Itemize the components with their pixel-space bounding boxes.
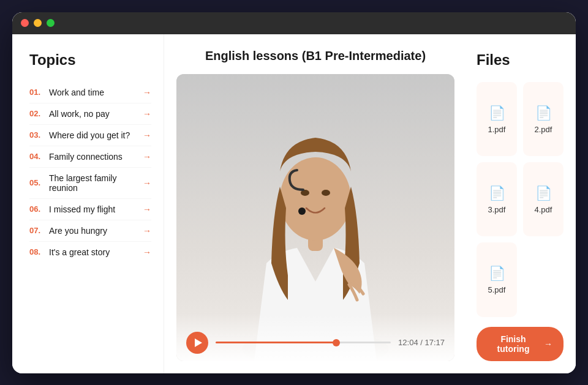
file-card-5[interactable]: 📄 5.pdf xyxy=(477,242,517,316)
close-dot[interactable] xyxy=(21,19,29,27)
svg-point-4 xyxy=(322,190,330,196)
arrow-icon-7: → xyxy=(143,226,151,236)
arrow-icon-8: → xyxy=(143,247,151,257)
svg-point-5 xyxy=(298,207,306,215)
finish-arrow-icon: → xyxy=(544,339,552,349)
topic-name-7: Are you hungry xyxy=(49,226,107,236)
topic-num-5: 05. xyxy=(29,178,44,187)
main-panel: English lessons (B1 Pre-Intermediate) xyxy=(164,34,467,373)
files-grid: 📄 1.pdf 📄 2.pdf 📄 3.pdf 📄 4.pdf 📄 xyxy=(477,82,564,317)
file-name-4: 4.pdf xyxy=(535,205,552,214)
arrow-icon-1: → xyxy=(143,88,151,97)
topic-name-8: It's a great story xyxy=(49,247,110,257)
arrow-icon-6: → xyxy=(143,204,151,214)
topic-name-6: I missed my flight xyxy=(49,204,115,214)
progress-bar[interactable] xyxy=(216,342,391,343)
sidebar-item-5[interactable]: 05. The largest family reunion → xyxy=(29,168,151,199)
pdf-icon-3: 📄 xyxy=(489,185,505,201)
main-title: English lessons (B1 Pre-Intermediate) xyxy=(176,49,454,63)
sidebar-item-1[interactable]: 01. Work and time → xyxy=(29,82,151,103)
topic-num-2: 02. xyxy=(29,109,44,118)
topic-num-7: 07. xyxy=(29,226,44,235)
topic-name-3: Where did you get it? xyxy=(49,130,130,140)
video-container[interactable]: 12:04 / 17:17 xyxy=(176,74,454,361)
pdf-icon-4: 📄 xyxy=(535,185,552,201)
sidebar: Topics 01. Work and time → 02. All work,… xyxy=(12,34,164,373)
arrow-icon-3: → xyxy=(143,130,151,140)
file-name-1: 1.pdf xyxy=(488,125,506,134)
file-name-5: 5.pdf xyxy=(488,285,506,294)
progress-thumb xyxy=(333,339,340,346)
topic-num-1: 01. xyxy=(29,88,44,97)
topic-num-8: 08. xyxy=(29,247,44,256)
app-window: Topics 01. Work and time → 02. All work,… xyxy=(12,12,576,373)
sidebar-item-6[interactable]: 06. I missed my flight → xyxy=(29,199,151,220)
sidebar-item-2[interactable]: 02. All work, no pay → xyxy=(29,103,151,125)
pdf-icon-2: 📄 xyxy=(535,105,552,121)
sidebar-item-7[interactable]: 07. Are you hungry → xyxy=(29,220,151,242)
arrow-icon-5: → xyxy=(143,178,151,188)
maximize-dot[interactable] xyxy=(47,19,55,27)
play-button[interactable] xyxy=(186,332,208,354)
file-card-3[interactable]: 📄 3.pdf xyxy=(477,162,517,236)
arrow-icon-4: → xyxy=(143,152,151,162)
files-title: Files xyxy=(477,51,564,69)
topic-name-5: The largest family reunion xyxy=(49,173,143,193)
right-panel: Files 📄 1.pdf 📄 2.pdf 📄 3.pdf 📄 4.pdf xyxy=(467,34,576,373)
sidebar-item-4[interactable]: 04. Family connections → xyxy=(29,146,151,168)
sidebar-item-8[interactable]: 08. It's a great story → xyxy=(29,242,151,263)
topic-name-2: All work, no pay xyxy=(49,109,110,119)
sidebar-title: Topics xyxy=(29,51,151,69)
pdf-icon-5: 📄 xyxy=(489,266,505,282)
pdf-icon-1: 📄 xyxy=(489,105,505,121)
topic-name-4: Family connections xyxy=(49,152,123,162)
topic-num-6: 06. xyxy=(29,204,44,214)
topic-num-4: 04. xyxy=(29,152,44,161)
file-card-1[interactable]: 📄 1.pdf xyxy=(477,82,517,156)
topic-name-1: Work and time xyxy=(49,88,104,97)
file-card-4[interactable]: 📄 4.pdf xyxy=(523,162,564,236)
topic-num-3: 03. xyxy=(29,130,44,140)
play-icon xyxy=(195,338,202,347)
svg-point-2 xyxy=(280,157,351,241)
arrow-icon-2: → xyxy=(143,109,151,119)
titlebar xyxy=(12,12,576,34)
finish-tutoring-button[interactable]: Finish tutoring → xyxy=(477,327,564,361)
finish-button-label: Finish tutoring xyxy=(488,334,539,354)
minimize-dot[interactable] xyxy=(34,19,42,27)
file-card-2[interactable]: 📄 2.pdf xyxy=(523,82,564,156)
file-name-2: 2.pdf xyxy=(535,125,552,134)
file-name-3: 3.pdf xyxy=(488,205,506,214)
video-controls: 12:04 / 17:17 xyxy=(176,313,454,361)
progress-fill xyxy=(216,342,336,343)
sidebar-item-3[interactable]: 03. Where did you get it? → xyxy=(29,125,151,146)
time-display: 12:04 / 17:17 xyxy=(398,338,445,347)
app-content: Topics 01. Work and time → 02. All work,… xyxy=(12,34,576,373)
